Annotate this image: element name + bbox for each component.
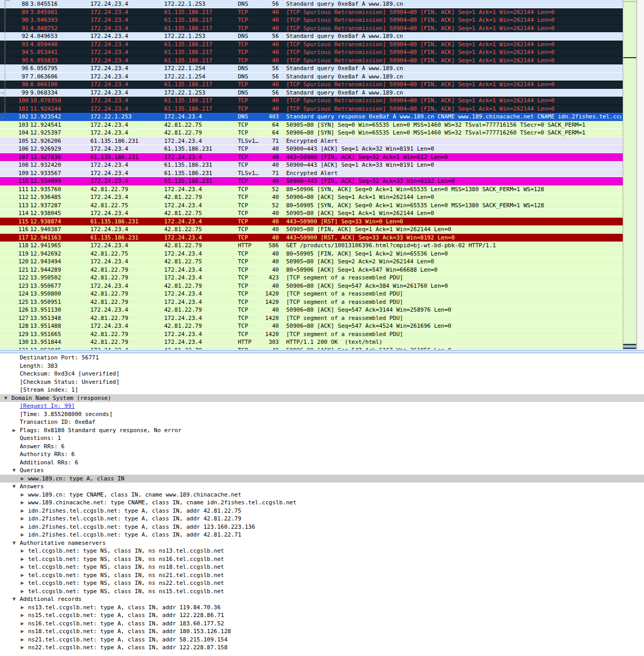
- packet-row[interactable]: 11212.936485172.24.23.442.81.22.79TCP405…: [0, 193, 623, 202]
- detail-row[interactable]: ▶ns22.tel.ccgslb.net: type A, class IN, …: [0, 644, 644, 652]
- detail-row[interactable]: ▶ns21.tel.ccgslb.net: type A, class IN, …: [0, 636, 644, 644]
- detail-row[interactable]: ▼Domain Name System (response): [0, 394, 644, 403]
- expand-triangle-icon[interactable]: ▶: [21, 604, 24, 612]
- packet-row[interactable]: 10812.932420172.24.23.461.135.186.231TCP…: [0, 161, 623, 169]
- packet-row[interactable]: 10010.070350172.24.23.461.135.186.217TCP…: [0, 97, 623, 105]
- detail-row[interactable]: Authority RRs: 6: [0, 450, 644, 459]
- detail-row[interactable]: ▼Answers: [0, 483, 644, 491]
- detail-row[interactable]: ▶ns13.tel.ccgslb.net: type A, class IN, …: [0, 604, 644, 612]
- collapse-triangle-icon[interactable]: ▼: [12, 466, 16, 475]
- detail-row[interactable]: Transaction ID: 0xe8af: [0, 418, 644, 426]
- expand-triangle-icon[interactable]: ▶: [21, 620, 24, 628]
- packet-row[interactable]: 12313.950677172.24.23.442.81.22.79TCP405…: [0, 282, 623, 290]
- packet-row[interactable]: 12213.95050242.81.22.79172.24.23.4TCP423…: [0, 274, 623, 282]
- expand-triangle-icon[interactable]: ▶: [21, 531, 24, 539]
- packet-row[interactable]: 13013.95184442.81.22.79172.24.23.4HTTP30…: [0, 338, 623, 346]
- expand-triangle-icon[interactable]: ▶: [21, 627, 24, 636]
- packet-row[interactable]: 11612.940387172.24.23.442.81.22.75TCP405…: [0, 225, 623, 234]
- expand-triangle-icon[interactable]: ▶: [21, 555, 24, 564]
- expand-triangle-icon[interactable]: ▶: [21, 636, 24, 644]
- expand-triangle-icon[interactable]: ▶: [21, 611, 24, 620]
- expand-triangle-icon[interactable]: ▶: [21, 547, 24, 555]
- expand-triangle-icon[interactable]: ▶: [21, 507, 24, 515]
- detail-row[interactable]: ▶tel.ccgslb.net: type NS, class IN, ns n…: [0, 571, 644, 580]
- detail-row[interactable]: ▶www.189.cn: type A, class IN: [0, 475, 644, 483]
- packet-row[interactable]: 12413.95080042.81.22.79172.24.23.4TCP142…: [0, 290, 623, 298]
- packet-row[interactable]: 945.053441172.24.23.461.135.186.217TCP40…: [0, 48, 623, 57]
- packet-row[interactable]: 914.048752172.24.23.461.135.186.217TCP40…: [0, 24, 623, 33]
- detail-row[interactable]: ▶Flags: 0x8180 Standard query response, …: [0, 426, 644, 435]
- collapse-triangle-icon[interactable]: ▼: [4, 394, 7, 403]
- detail-row[interactable]: ▶ns16.tel.ccgslb.net: type A, class IN, …: [0, 620, 644, 628]
- packet-row[interactable]: 11412.938045172.24.23.442.81.22.75TCP405…: [0, 209, 623, 218]
- scrollbar-track[interactable]: [637, 0, 644, 350]
- detail-row[interactable]: Additional RRs: 6: [0, 459, 644, 467]
- packet-row[interactable]: 10612.926929172.24.23.461.135.186.231TCP…: [0, 145, 623, 153]
- detail-row[interactable]: Answer RRs: 6: [0, 443, 644, 451]
- packet-row[interactable]: 12012.943494172.24.23.442.81.22.75TCP405…: [0, 258, 623, 266]
- expand-triangle-icon[interactable]: ▶: [21, 587, 24, 596]
- packet-row[interactable]: 924.049653172.24.23.4172.22.1.253DNS56St…: [0, 32, 623, 41]
- packet-row[interactable]: 10912.933567172.24.23.461.135.186.231TLS…: [0, 169, 623, 178]
- packet-row[interactable]: 11012.934899172.24.23.461.135.186.231TCP…: [0, 177, 623, 185]
- expand-triangle-icon[interactable]: ▶: [21, 571, 24, 580]
- detail-row[interactable]: ▼Authoritative nameservers: [0, 539, 644, 547]
- packet-row[interactable]: 903.046393172.24.23.461.135.186.217TCP40…: [0, 16, 623, 24]
- expand-triangle-icon[interactable]: ▶: [21, 491, 24, 499]
- detail-row[interactable]: ▶tel.ccgslb.net: type NS, class IN, ns n…: [0, 579, 644, 587]
- expand-triangle-icon[interactable]: ▶: [21, 523, 24, 531]
- detail-row[interactable]: ▶ns18.tel.ccgslb.net: type A, class IN, …: [0, 627, 644, 636]
- packet-list-scrollbar-minimap[interactable]: [623, 0, 637, 350]
- expand-triangle-icon[interactable]: ▶: [21, 644, 24, 652]
- detail-row[interactable]: ▶idn.2fishes.tel.ccgslb.net: type A, cla…: [0, 531, 644, 539]
- packet-row[interactable]: 956.055833172.24.23.461.135.186.217TCP40…: [0, 57, 623, 65]
- packet-row[interactable]: 10412.925397172.24.23.442.81.22.79TCP645…: [0, 129, 623, 137]
- detail-row[interactable]: ▶tel.ccgslb.net: type NS, class IN, ns n…: [0, 587, 644, 596]
- detail-row[interactable]: [Stream index: 1]: [0, 386, 644, 394]
- detail-row[interactable]: ▶idn.2fishes.tel.ccgslb.net: type A, cla…: [0, 523, 644, 531]
- packet-row[interactable]: 12613.951130172.24.23.442.81.22.79TCP405…: [0, 306, 623, 314]
- collapse-triangle-icon[interactable]: ▼: [12, 539, 16, 547]
- expand-triangle-icon[interactable]: ▶: [21, 563, 24, 571]
- packet-row[interactable]: 12913.95166542.81.22.79172.24.23.4TCP142…: [0, 330, 623, 339]
- packet-row[interactable]: 11712.94116361.135.186.231172.24.23.4TCP…: [0, 234, 623, 242]
- expand-triangle-icon[interactable]: ▶: [21, 475, 24, 483]
- expand-triangle-icon[interactable]: ▶: [21, 579, 24, 587]
- detail-row[interactable]: ▶idn.2fishes.tel.ccgslb.net: type A, cla…: [0, 507, 644, 515]
- detail-row[interactable]: ▶tel.ccgslb.net: type NS, class IN, ns n…: [0, 563, 644, 571]
- expand-triangle-icon[interactable]: ▶: [21, 515, 24, 523]
- pane-splitter[interactable]: [0, 350, 644, 354]
- packet-row[interactable]: 883.045516172.24.23.4172.22.1.253DNS56St…: [0, 0, 623, 8]
- detail-row[interactable]: ▼Queries: [0, 466, 644, 475]
- detail-row[interactable]: Destination Port: 56771: [0, 354, 644, 362]
- detail-row[interactable]: ▼Additional records: [0, 595, 644, 604]
- packet-row[interactable]: 12813.951488172.24.23.442.81.22.79TCP405…: [0, 322, 623, 330]
- packet-row[interactable]: 12713.95134842.81.22.79172.24.23.4TCP142…: [0, 314, 623, 323]
- packet-row[interactable]: 10312.924541172.24.23.442.81.22.75TCP645…: [0, 121, 623, 129]
- packet-row[interactable]: 11512.93887461.135.186.231172.24.23.4TCP…: [0, 218, 623, 226]
- detail-row[interactable]: [Request In: 99]: [0, 402, 644, 410]
- detail-row[interactable]: ▶ns15.tel.ccgslb.net: type A, class IN, …: [0, 611, 644, 620]
- packet-row[interactable]: ←10212.923542172.22.1.253172.24.23.4DNS4…: [0, 113, 623, 121]
- packet-row[interactable]: 11912.94269242.81.22.75172.24.23.4TCP408…: [0, 250, 623, 258]
- packet-row[interactable]: 893.045981172.24.23.461.135.186.217TCP40…: [0, 8, 623, 17]
- detail-row[interactable]: [Time: 3.855208000 seconds]: [0, 410, 644, 419]
- packet-row[interactable]: 988.066100172.24.23.461.135.186.217TCP40…: [0, 81, 623, 89]
- packet-row[interactable]: →999.068334172.24.23.4172.22.1.253DNS56S…: [0, 89, 623, 97]
- packet-row[interactable]: 11812.941965172.24.23.442.81.22.79HTTP58…: [0, 242, 623, 250]
- packet-row[interactable]: 12513.95095142.81.22.79172.24.23.4TCP142…: [0, 298, 623, 306]
- request-in-link[interactable]: [Request In: 99]: [20, 402, 75, 410]
- packet-row[interactable]: 10712.92783661.135.186.231172.24.23.4TCP…: [0, 153, 623, 162]
- collapse-triangle-icon[interactable]: ▼: [12, 483, 16, 491]
- detail-row[interactable]: Length: 383: [0, 362, 644, 370]
- detail-row[interactable]: ▶idn.2fishes.tel.ccgslb.net: type A, cla…: [0, 515, 644, 523]
- detail-row[interactable]: ▶www.189.chinacache.net: type CNAME, cla…: [0, 499, 644, 507]
- packet-row[interactable]: 10111.924244172.24.23.461.135.186.217TCP…: [0, 105, 623, 113]
- packet-row[interactable]: 934.050440172.24.23.461.135.186.217TCP40…: [0, 41, 623, 49]
- detail-row[interactable]: ▶tel.ccgslb.net: type NS, class IN, ns n…: [0, 555, 644, 564]
- packet-row[interactable]: 977.063606172.24.23.4172.22.1.254DNS56St…: [0, 73, 623, 81]
- collapse-triangle-icon[interactable]: ▼: [12, 595, 16, 604]
- expand-triangle-icon[interactable]: ▶: [12, 426, 16, 435]
- detail-row[interactable]: ▶www.189.cn: type CNAME, class IN, cname…: [0, 491, 644, 499]
- expand-triangle-icon[interactable]: ▶: [21, 499, 24, 507]
